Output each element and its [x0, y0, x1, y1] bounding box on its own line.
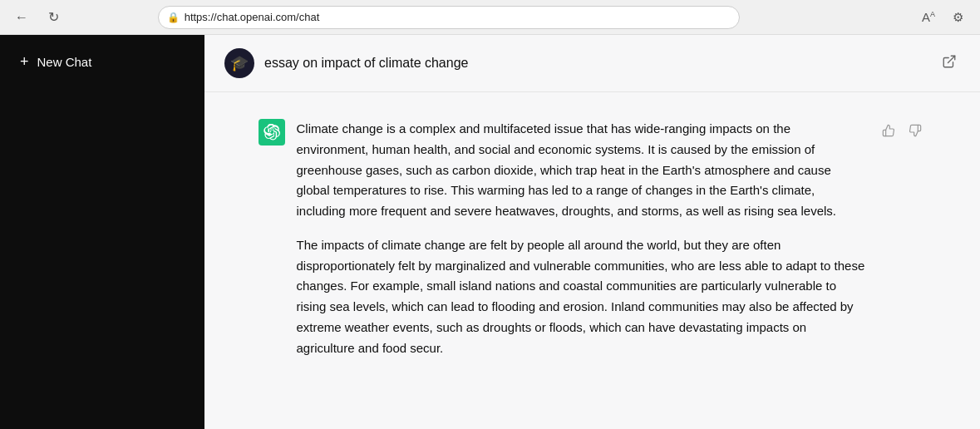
svg-line-0 [948, 56, 955, 62]
back-button[interactable]: ← [10, 6, 33, 29]
thumbs-down-button[interactable] [904, 121, 927, 143]
new-chat-button[interactable]: + New Chat [7, 42, 198, 82]
chat-area: 🎓 essay on impact of climate change [204, 35, 980, 429]
chat-header-left: 🎓 essay on impact of climate change [224, 48, 468, 78]
openai-avatar [259, 119, 285, 145]
extensions-icon: ⚙ [953, 10, 963, 25]
refresh-button[interactable]: ↻ [42, 6, 65, 29]
chat-header: 🎓 essay on impact of climate change [204, 35, 980, 92]
font-size-button[interactable]: AA [917, 6, 940, 29]
share-button[interactable] [938, 51, 960, 76]
refresh-icon: ↻ [48, 9, 59, 25]
new-chat-label: New Chat [37, 55, 92, 69]
thumbs-up-button[interactable] [877, 121, 900, 143]
share-icon [942, 57, 957, 72]
browser-chrome: ← ↻ 🔒 https://chat.openai.com/chat AA ⚙ [0, 0, 980, 35]
message-actions [877, 119, 927, 143]
chat-messages: Climate change is a complex and multifac… [204, 92, 980, 429]
plus-icon: + [20, 53, 29, 71]
back-icon: ← [15, 10, 28, 25]
message-paragraph-2: The impacts of climate change are felt b… [297, 235, 865, 359]
app-body: + New Chat 🎓 essay on impact of climate … [0, 35, 980, 429]
openai-logo-icon [263, 124, 280, 141]
user-avatar-emoji: 🎓 [230, 54, 249, 72]
url-text: https://chat.openai.com/chat [185, 11, 320, 23]
extensions-button[interactable]: ⚙ [947, 6, 970, 29]
message-paragraph-1: Climate change is a complex and multifac… [297, 119, 865, 222]
user-avatar: 🎓 [224, 48, 254, 78]
font-size-icon: AA [922, 10, 935, 24]
browser-right-icons: AA ⚙ [917, 6, 970, 29]
assistant-message-content: Climate change is a complex and multifac… [297, 119, 865, 358]
thumbs-down-icon [909, 126, 922, 140]
address-bar[interactable]: 🔒 https://chat.openai.com/chat [158, 6, 740, 29]
sidebar: + New Chat [0, 35, 204, 429]
assistant-message: Climate change is a complex and multifac… [219, 112, 967, 365]
chat-title: essay on impact of climate change [264, 56, 468, 71]
lock-icon: 🔒 [167, 12, 180, 23]
thumbs-up-icon [882, 126, 895, 140]
